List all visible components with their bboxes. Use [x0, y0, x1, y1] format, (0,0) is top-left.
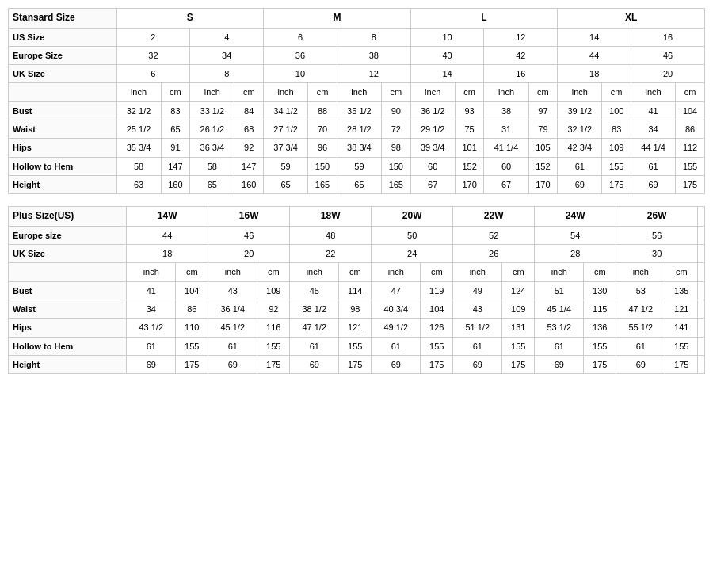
hollow-xl14-cm: 155 [602, 157, 631, 175]
height-s4-inch: 65 [190, 175, 234, 193]
phollow-18w-cm: 155 [339, 337, 372, 355]
us-4: 4 [190, 28, 264, 46]
waist-xl16-cm: 86 [676, 120, 705, 139]
hips-s4-inch: 36 3/4 [190, 139, 234, 157]
plus-europe-label: Europe size [9, 226, 127, 244]
hips-l10-inch: 39 3/4 [410, 139, 455, 157]
unit-xl16-cm: cm [676, 83, 705, 101]
l-group: L [410, 9, 558, 29]
hollow-m6-inch: 59 [264, 157, 308, 175]
punit-14w-inch: inch [127, 263, 176, 281]
unit-xl14-cm: cm [602, 83, 631, 101]
uk-10: 10 [264, 65, 337, 83]
height-l10-cm: 170 [455, 175, 484, 193]
hips-l10-cm: 101 [455, 139, 484, 157]
pwaist-14w-inch: 34 [127, 300, 176, 319]
hips-l12-cm: 105 [528, 139, 558, 157]
waist-s2-inch: 25 1/2 [116, 120, 161, 139]
plus-eu-44: 44 [127, 226, 208, 244]
bust-xl16-cm: 104 [676, 101, 705, 120]
height-s4-cm: 160 [234, 175, 264, 193]
phollow-14w-cm: 155 [176, 337, 208, 355]
us-6: 6 [264, 28, 337, 46]
hollow-l10-cm: 152 [455, 157, 484, 175]
plus-size-table: Plus Size(US) 14W 16W 18W 20W 22W 24W 26… [8, 206, 705, 374]
bust-s2-cm: 83 [161, 101, 190, 120]
waist-m6-inch: 27 1/2 [264, 120, 308, 139]
pbust-18w-inch: 45 [290, 281, 339, 300]
pbust-24w-cm: 130 [584, 281, 616, 300]
bust-xl14-inch: 39 1/2 [558, 101, 602, 120]
phips-24w-cm: 136 [584, 319, 616, 337]
plus-uk-24: 24 [372, 245, 453, 263]
hips-s2-cm: 91 [161, 139, 190, 157]
waist-m6-cm: 70 [308, 120, 337, 139]
height-xl14-cm: 175 [602, 175, 631, 193]
unit-l10-inch: inch [410, 83, 455, 101]
eu-38: 38 [337, 46, 410, 64]
bust-row: Bust 32 1/2 83 33 1/2 84 34 1/2 88 35 1/… [9, 101, 705, 120]
hollow-m8-inch: 59 [337, 157, 381, 175]
plus-hips-label: Hips [9, 319, 127, 337]
unit-s4-cm: cm [234, 83, 264, 101]
pbust-20w-inch: 47 [372, 281, 421, 300]
us-12: 12 [484, 28, 558, 46]
pheight-22w-cm: 175 [502, 355, 535, 373]
hollow-xl16-inch: 61 [631, 157, 676, 175]
plus-eu-56: 56 [616, 226, 698, 244]
waist-l12-inch: 31 [484, 120, 528, 139]
s-group: S [116, 9, 264, 29]
pbust-16w-inch: 43 [208, 281, 257, 300]
phips-26w-cm: 141 [665, 319, 698, 337]
hollow-s2-cm: 147 [161, 157, 190, 175]
phips-14w-cm: 110 [176, 319, 208, 337]
hollow-s4-cm: 147 [234, 157, 264, 175]
pheight-26w-cm: 175 [665, 355, 698, 373]
pwaist-16w-inch: 36 1/4 [208, 300, 257, 319]
hips-xl16-cm: 112 [676, 139, 705, 157]
plus-europe-row: Europe size 44 46 48 50 52 54 56 [9, 226, 705, 244]
uk-18: 18 [558, 65, 631, 83]
phips-20w-cm: 126 [421, 319, 453, 337]
pbust-26w-inch: 53 [616, 281, 665, 300]
hollow-m8-cm: 150 [381, 157, 410, 175]
eu-36: 36 [264, 46, 337, 64]
plus-title: Plus Size(US) [9, 207, 127, 227]
hips-s4-cm: 92 [234, 139, 264, 157]
plus-16w: 16W [208, 207, 290, 227]
bust-l12-inch: 38 [484, 101, 528, 120]
phips-24w-inch: 53 1/2 [535, 319, 584, 337]
phips-18w-inch: 47 1/2 [290, 319, 339, 337]
waist-s4-inch: 26 1/2 [190, 120, 234, 139]
plus-bust-row: Bust 41 104 43 109 45 114 47 119 49 124 … [9, 281, 705, 300]
standard-title: Stansard Size [9, 9, 117, 29]
plus-uk-28: 28 [535, 245, 616, 263]
phips-16w-inch: 45 1/2 [208, 319, 257, 337]
pwaist-18w-cm: 98 [339, 300, 372, 319]
pheight-14w-cm: 175 [176, 355, 208, 373]
punit-26w-cm: cm [665, 263, 698, 281]
pheight-16w-inch: 69 [208, 355, 257, 373]
uk-size-label: UK Size [9, 65, 117, 83]
standard-size-table: Stansard Size S M L XL US Size 2 4 6 8 1… [8, 8, 705, 194]
uk-20: 20 [631, 65, 705, 83]
eu-42: 42 [484, 46, 558, 64]
europe-size-label: Europe Size [9, 46, 117, 64]
plus-bust-label: Bust [9, 281, 127, 300]
pheight-14w-inch: 69 [127, 355, 176, 373]
plus-eu-50: 50 [372, 226, 453, 244]
hips-xl14-inch: 42 3/4 [558, 139, 602, 157]
plus-22w: 22W [453, 207, 535, 227]
unit-m6-inch: inch [264, 83, 308, 101]
phollow-26w-cm: 155 [665, 337, 698, 355]
phips-22w-inch: 51 1/2 [453, 319, 502, 337]
plus-uk-30: 30 [616, 245, 698, 263]
pbust-22w-inch: 49 [453, 281, 502, 300]
unit-m8-cm: cm [381, 83, 410, 101]
plus-hollow-row: Hollow to Hem 61 155 61 155 61 155 61 15… [9, 337, 705, 355]
punit-22w-inch: inch [453, 263, 502, 281]
pheight-26w-inch: 69 [616, 355, 665, 373]
pheight-22w-inch: 69 [453, 355, 502, 373]
waist-row: Waist 25 1/2 65 26 1/2 68 27 1/2 70 28 1… [9, 120, 705, 139]
bust-s4-cm: 84 [234, 101, 264, 120]
